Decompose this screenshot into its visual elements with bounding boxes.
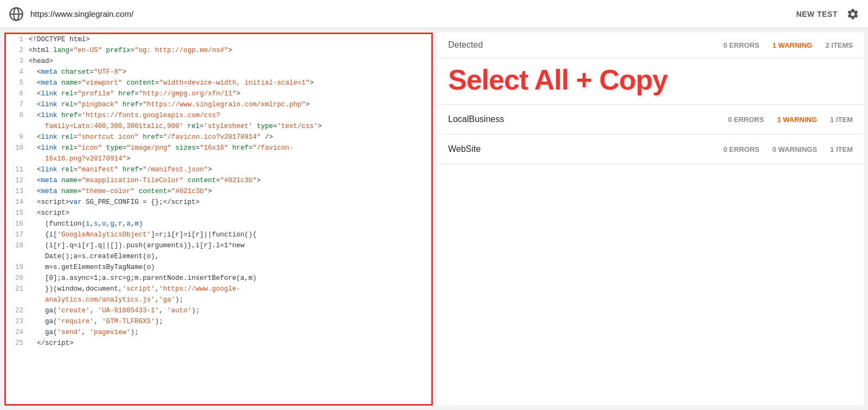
code-content: ga('create', 'UA-61805433-1', 'auto'); bbox=[29, 305, 429, 316]
new-test-button[interactable]: NEW TEST bbox=[796, 10, 838, 18]
code-content: <meta name="msapplication-TileColor" con… bbox=[29, 175, 429, 186]
item-name: WebSite bbox=[448, 144, 481, 154]
line-number: 4 bbox=[8, 67, 23, 78]
code-line: 18 (i[r].q=i[r].q||[]).push(arguments)},… bbox=[6, 240, 431, 262]
line-number: 24 bbox=[8, 327, 23, 338]
line-number: 1 bbox=[8, 34, 23, 45]
select-all-button[interactable]: Select All + Copy bbox=[448, 65, 667, 95]
code-line: 11 <link rel="manifest" href="/manifest.… bbox=[6, 164, 431, 175]
line-number: 8 bbox=[8, 110, 23, 132]
line-number: 14 bbox=[8, 197, 23, 208]
code-content: <script>var SG_PRE_CONFIG = {};</script> bbox=[29, 197, 429, 208]
code-content: <link href='https://fonts.googleapis.com… bbox=[29, 110, 429, 132]
right-panel-header: Detected 0 ERRORS 1 WARNING 2 ITEMS bbox=[437, 33, 864, 58]
code-line: 24 ga('send', 'pageview'); bbox=[6, 327, 431, 338]
item-errors-stat: 0 ERRORS bbox=[723, 145, 759, 153]
line-number: 16 bbox=[8, 219, 23, 229]
code-content: <head> bbox=[29, 56, 429, 67]
item-warnings-stat: 1 WARNING bbox=[777, 116, 817, 124]
item-errors-stat: 0 ERRORS bbox=[728, 116, 764, 124]
url-display: https://www.singlegrain.com/ bbox=[30, 9, 133, 18]
code-content: <!DOCTYPE html> bbox=[29, 34, 429, 45]
code-line: 12 <meta name="msapplication-TileColor" … bbox=[6, 175, 431, 186]
code-line: 23 ga('require', 'GTM-TLFR6XS'); bbox=[6, 316, 431, 327]
globe-icon bbox=[9, 7, 24, 22]
code-line: 15 <script> bbox=[6, 208, 431, 219]
line-number: 22 bbox=[8, 305, 23, 316]
code-content: <link rel="pingback" href="https://www.s… bbox=[29, 99, 429, 110]
code-line: 9 <link rel="shortcut icon" href="/favic… bbox=[6, 132, 431, 143]
main-content: 1<!DOCTYPE html>2<html lang="en-US" pref… bbox=[0, 28, 868, 410]
code-line: 5 <meta name="viewport" content="width=d… bbox=[6, 78, 431, 88]
code-line: 10 <link rel="icon" type="image/png" siz… bbox=[6, 143, 431, 164]
code-content: <script> bbox=[29, 208, 429, 219]
top-bar-left: https://www.singlegrain.com/ bbox=[9, 7, 133, 22]
item-warnings-stat: 0 WARNINGS bbox=[773, 145, 817, 153]
code-line: 19 m=s.getElementsByTagName(o) bbox=[6, 262, 431, 273]
code-line: 4 <meta charset="UTF-8"> bbox=[6, 67, 431, 78]
code-content: <link rel="manifest" href="/manifest.jso… bbox=[29, 164, 429, 175]
list-item[interactable]: WebSite 0 ERRORS 0 WARNINGS 1 ITEM bbox=[437, 134, 864, 164]
code-line: 3<head> bbox=[6, 56, 431, 67]
code-line: 13 <meta name="theme-color" content="#02… bbox=[6, 186, 431, 197]
line-number: 25 bbox=[8, 338, 23, 349]
code-content: <link rel="shortcut icon" href="/favicon… bbox=[29, 132, 429, 143]
list-item[interactable]: LocalBusiness 0 ERRORS 1 WARNING 1 ITEM bbox=[437, 105, 864, 134]
line-number: 23 bbox=[8, 316, 23, 327]
line-number: 11 bbox=[8, 164, 23, 175]
line-number: 9 bbox=[8, 132, 23, 143]
items-list: LocalBusiness 0 ERRORS 1 WARNING 1 ITEM … bbox=[437, 105, 864, 406]
item-name: LocalBusiness bbox=[448, 114, 504, 124]
code-content: [0];a.async=1;a.src=g;m.parentNode.inser… bbox=[29, 273, 429, 284]
code-content: (function(i,s,o,g,r,a,m) bbox=[29, 219, 429, 229]
line-number: 17 bbox=[8, 229, 23, 240]
code-line: 17 {i['GoogleAnalyticsObject']=r;i[r]=i[… bbox=[6, 229, 431, 240]
code-line: 6 <link rel="profile" href="http://gmpg.… bbox=[6, 88, 431, 99]
line-number: 3 bbox=[8, 56, 23, 67]
line-number: 12 bbox=[8, 175, 23, 186]
code-content: <meta name="viewport" content="width=dev… bbox=[29, 78, 429, 88]
code-panel[interactable]: 1<!DOCTYPE html>2<html lang="en-US" pref… bbox=[4, 33, 433, 406]
code-line: 25 </script> bbox=[6, 338, 431, 349]
code-line: 14 <script>var SG_PRE_CONFIG = {};</scri… bbox=[6, 197, 431, 208]
header-stats: 0 ERRORS 1 WARNING 2 ITEMS bbox=[723, 41, 853, 49]
code-content: <html lang="en-US" prefix="og: http://og… bbox=[29, 45, 429, 56]
detected-label: Detected bbox=[448, 40, 483, 50]
line-number: 10 bbox=[8, 143, 23, 164]
gear-icon[interactable] bbox=[846, 8, 859, 21]
code-line: 1<!DOCTYPE html> bbox=[6, 34, 431, 45]
line-number: 15 bbox=[8, 208, 23, 219]
code-content: <link rel="profile" href="http://gmpg.or… bbox=[29, 88, 429, 99]
item-count-stat: 1 ITEM bbox=[830, 116, 853, 124]
code-line: 7 <link rel="pingback" href="https://www… bbox=[6, 99, 431, 110]
code-content: {i['GoogleAnalyticsObject']=r;i[r]=i[r]|… bbox=[29, 229, 429, 240]
right-panel: Detected 0 ERRORS 1 WARNING 2 ITEMS Sele… bbox=[437, 33, 864, 406]
code-content: })(window,document,'script','https://www… bbox=[29, 284, 429, 305]
item-stats: 0 ERRORS 0 WARNINGS 1 ITEM bbox=[723, 145, 853, 153]
item-stats: 0 ERRORS 1 WARNING 1 ITEM bbox=[728, 116, 853, 124]
header-warnings-stat: 1 WARNING bbox=[773, 41, 813, 49]
header-errors-stat: 0 ERRORS bbox=[723, 41, 759, 49]
line-number: 19 bbox=[8, 262, 23, 273]
code-line: 20 [0];a.async=1;a.src=g;m.parentNode.in… bbox=[6, 273, 431, 284]
code-content: <link rel="icon" type="image/png" sizes=… bbox=[29, 143, 429, 164]
header-items-stat: 2 ITEMS bbox=[825, 41, 853, 49]
line-number: 13 bbox=[8, 186, 23, 197]
line-number: 18 bbox=[8, 240, 23, 262]
code-content: <meta charset="UTF-8"> bbox=[29, 67, 429, 78]
code-line: 22 ga('create', 'UA-61805433-1', 'auto')… bbox=[6, 305, 431, 316]
code-line: 8 <link href='https://fonts.googleapis.c… bbox=[6, 110, 431, 132]
line-number: 20 bbox=[8, 273, 23, 284]
top-bar-right: NEW TEST bbox=[796, 8, 859, 21]
code-content: ga('send', 'pageview'); bbox=[29, 327, 429, 338]
line-number: 2 bbox=[8, 45, 23, 56]
code-content: <meta name="theme-color" content="#021c3… bbox=[29, 186, 429, 197]
top-bar: https://www.singlegrain.com/ NEW TEST bbox=[0, 0, 868, 28]
line-number: 5 bbox=[8, 78, 23, 88]
code-content: (i[r].q=i[r].q||[]).push(arguments)},i[r… bbox=[29, 240, 429, 262]
line-number: 7 bbox=[8, 99, 23, 110]
code-line: 2<html lang="en-US" prefix="og: http://o… bbox=[6, 45, 431, 56]
select-all-section: Select All + Copy bbox=[437, 58, 864, 105]
code-content: m=s.getElementsByTagName(o) bbox=[29, 262, 429, 273]
line-number: 6 bbox=[8, 88, 23, 99]
